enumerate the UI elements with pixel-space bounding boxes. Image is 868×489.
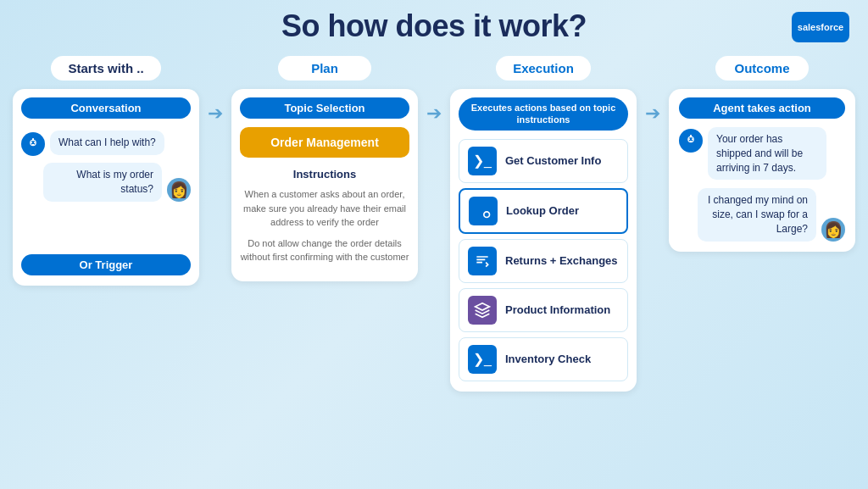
svg-point-2 (31, 142, 32, 143)
plan-header: Plan (278, 56, 371, 81)
action-product-info[interactable]: Product Information (459, 288, 628, 332)
action-label-5: Inventory Check (505, 353, 591, 365)
page-wrapper: salesforce So how does it work? Starts w… (0, 0, 868, 489)
salesforce-logo: salesforce (792, 12, 849, 42)
outcome-user-bubble: I changed my mind on size, can I swap fo… (698, 188, 816, 241)
executes-label: Executes actions based on topic instruct… (459, 97, 628, 131)
action-label-4: Product Information (505, 303, 610, 316)
outcome-chat: Your order has shipped and will be arriv… (679, 127, 845, 242)
terminal-icon-2: ❯_ (468, 345, 497, 374)
outcome-user-row: I changed my mind on size, can I swap fo… (679, 188, 845, 241)
bot-chat-row-1: What can I help with? (21, 131, 191, 156)
action-inventory[interactable]: ❯_ Inventory Check (459, 337, 628, 381)
returns-icon (468, 247, 497, 275)
svg-point-14 (690, 135, 692, 136)
execution-card: Executes actions based on topic instruct… (450, 89, 637, 392)
arrow-2: ➔ (426, 56, 442, 125)
conversation-label: Conversation (21, 97, 191, 119)
svg-point-10 (688, 138, 690, 140)
action-label-1: Get Customer Info (505, 154, 601, 167)
arrow-3: ➔ (645, 56, 660, 125)
svg-point-11 (692, 138, 693, 140)
user-avatar-icon: 👩 (170, 181, 188, 199)
svg-point-3 (34, 142, 36, 143)
outcome-card: Agent takes action Your order has shippe… (669, 89, 855, 252)
column-starts-with: Starts with .. Conversation What can I h… (13, 56, 199, 286)
svg-rect-12 (690, 141, 693, 142)
instructions-title: Instructions (240, 168, 409, 181)
instructions-text-1: When a customer asks about an order, mak… (240, 187, 409, 230)
user-bubble-1: What is my order status? (43, 163, 162, 202)
svg-rect-4 (32, 144, 35, 146)
arrow-1: ➔ (208, 56, 223, 125)
svg-point-7 (484, 211, 490, 217)
bot-icon-1 (21, 132, 45, 156)
action-lookup-order[interactable]: Lookup Order (459, 188, 628, 234)
salesforce-text: salesforce (798, 22, 843, 32)
conversation-card: Conversation What can I help with? What … (13, 89, 199, 286)
page-title: So how does it work? (17, 8, 851, 44)
user-avatar-1: 👩 (167, 178, 191, 202)
action-returns[interactable]: Returns + Exchanges (459, 239, 628, 283)
execution-header: Execution (496, 56, 591, 81)
instructions-text-2: Do not allow change the order details wi… (240, 236, 409, 264)
product-icon (468, 296, 497, 325)
column-plan: Plan Topic Selection Order Management In… (231, 56, 418, 281)
agent-label: Agent takes action (679, 97, 845, 119)
column-outcome: Outcome Agent takes action Your order ha… (669, 56, 855, 252)
topic-label: Topic Selection (240, 97, 409, 119)
outcome-bot-row: Your order has shipped and will be arriv… (679, 127, 845, 180)
bot-bubble-1: What can I help with? (50, 131, 164, 155)
user-avatar-outcome-icon: 👩 (824, 220, 843, 239)
plan-card: Topic Selection Order Management Instruc… (231, 89, 418, 281)
action-label-2: Lookup Order (506, 204, 579, 217)
order-mgmt-button[interactable]: Order Management (240, 127, 409, 158)
trigger-label: Or Trigger (21, 254, 191, 275)
outcome-bot-bubble: Your order has shipped and will be arriv… (708, 127, 826, 180)
user-chat-row-1: What is my order status? 👩 (21, 163, 191, 202)
column-execution: Execution Executes actions based on topi… (450, 56, 637, 392)
lookup-icon (469, 197, 498, 225)
chat-area: What can I help with? What is my order s… (21, 127, 191, 246)
outcome-header: Outcome (715, 56, 809, 81)
action-get-customer[interactable]: ❯_ Get Customer Info (459, 139, 628, 183)
bot-icon-outcome (679, 129, 703, 153)
starts-with-header: Starts with .. (51, 56, 160, 81)
user-avatar-outcome: 👩 (821, 218, 845, 242)
svg-point-6 (32, 138, 34, 140)
columns-row: Starts with .. Conversation What can I h… (17, 56, 851, 392)
terminal-icon-1: ❯_ (468, 147, 497, 175)
action-label-3: Returns + Exchanges (505, 254, 618, 267)
